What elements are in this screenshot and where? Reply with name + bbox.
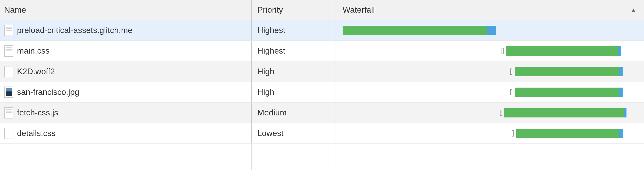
- cell-priority: Highest: [252, 20, 335, 40]
- waterfall-content-download-bar: [619, 67, 623, 76]
- file-name-label: K2D.woff2: [17, 67, 55, 76]
- cell-name: preload-critical-assets.glitch.me: [0, 20, 252, 40]
- priority-label: Lowest: [257, 129, 283, 138]
- waterfall-content-download-bar: [487, 26, 496, 35]
- cell-name: san-francisco.jpg: [0, 82, 252, 102]
- file-name-label: fetch-css.js: [17, 108, 58, 117]
- cell-priority: Highest: [252, 41, 335, 61]
- document-file-icon: [4, 25, 13, 36]
- cell-name: main.css: [0, 41, 252, 61]
- waterfall-content-download-bar: [618, 46, 621, 56]
- cell-name: details.css: [0, 123, 252, 143]
- network-requests-table: Name Priority Waterfall ▲ preload-critic…: [0, 0, 644, 170]
- generic-file-icon: [4, 128, 13, 139]
- table-filler-row: [0, 144, 644, 170]
- table-row[interactable]: main.cssHighest: [0, 41, 644, 61]
- priority-label: Medium: [257, 108, 287, 117]
- waterfall-track: [343, 108, 637, 118]
- file-name-label: san-francisco.jpg: [17, 87, 79, 97]
- file-name-label: main.css: [17, 46, 49, 56]
- document-file-icon: [4, 45, 13, 57]
- table-header-row: Name Priority Waterfall ▲: [0, 0, 644, 20]
- column-header-label: Name: [4, 5, 26, 15]
- waterfall-timing-bar: [515, 88, 619, 97]
- priority-label: Highest: [257, 26, 285, 35]
- waterfall-timing-bar: [516, 129, 619, 138]
- column-header-label: Priority: [257, 5, 283, 15]
- waterfall-timing-bar: [515, 67, 619, 76]
- table-row[interactable]: K2D.woff2High: [0, 61, 644, 82]
- file-name-label: details.css: [17, 129, 55, 138]
- cell-priority: Lowest: [252, 123, 335, 143]
- waterfall-queue-marker: [500, 110, 502, 116]
- waterfall-content-download-bar: [619, 88, 623, 97]
- cell-waterfall: [335, 20, 644, 40]
- cell-priority: High: [252, 82, 335, 102]
- waterfall-track: [343, 46, 637, 56]
- column-header-name[interactable]: Name: [0, 0, 252, 20]
- waterfall-timing-bar: [504, 108, 624, 117]
- column-header-label: Waterfall: [343, 5, 375, 15]
- file-name-label: preload-critical-assets.glitch.me: [17, 26, 132, 35]
- cell-priority: High: [252, 61, 335, 82]
- cell-name: K2D.woff2: [0, 61, 252, 82]
- waterfall-queue-marker: [502, 48, 504, 54]
- waterfall-track: [343, 25, 637, 36]
- waterfall-queue-marker: [510, 89, 512, 95]
- table-row[interactable]: fetch-css.jsMedium: [0, 103, 644, 123]
- priority-label: High: [257, 87, 274, 97]
- generic-file-icon: [4, 66, 13, 77]
- cell-waterfall: [335, 61, 644, 82]
- document-file-icon: [4, 107, 13, 118]
- column-header-waterfall[interactable]: Waterfall ▲: [335, 0, 644, 20]
- cell-waterfall: [335, 103, 644, 123]
- cell-waterfall: [335, 82, 644, 102]
- waterfall-timing-bar: [343, 26, 487, 35]
- image-file-icon: [4, 87, 13, 98]
- waterfall-queue-marker: [512, 130, 514, 137]
- table-row[interactable]: preload-critical-assets.glitch.meHighest: [0, 20, 644, 41]
- sort-ascending-icon: ▲: [631, 7, 636, 13]
- table-row[interactable]: san-francisco.jpgHigh: [0, 82, 644, 103]
- priority-label: High: [257, 67, 274, 76]
- waterfall-track: [343, 87, 637, 97]
- column-header-priority[interactable]: Priority: [252, 0, 335, 20]
- cell-waterfall: [335, 123, 644, 143]
- waterfall-track: [343, 128, 637, 139]
- table-row[interactable]: details.cssLowest: [0, 123, 644, 144]
- waterfall-content-download-bar: [624, 108, 626, 117]
- waterfall-timing-bar: [506, 46, 618, 56]
- waterfall-content-download-bar: [619, 129, 623, 138]
- cell-name: fetch-css.js: [0, 103, 252, 123]
- cell-priority: Medium: [252, 103, 335, 123]
- cell-waterfall: [335, 41, 644, 61]
- waterfall-queue-marker: [510, 69, 512, 75]
- waterfall-track: [343, 66, 637, 77]
- priority-label: Highest: [257, 46, 285, 56]
